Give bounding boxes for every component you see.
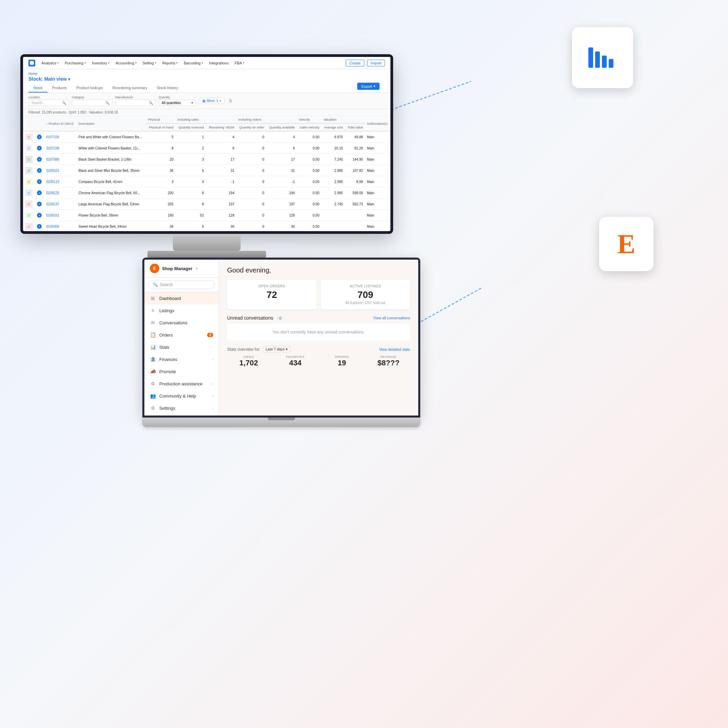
etsy-user[interactable]: Joanne ▾ bbox=[144, 414, 219, 416]
etsy-nav-item-settings[interactable]: ⚙ Settings › bbox=[144, 402, 219, 414]
view-all-conversations[interactable]: View all conversations bbox=[373, 316, 410, 320]
nav-analytics[interactable]: Analytics ▾ bbox=[39, 60, 61, 66]
nav-integrations[interactable]: Integrations bbox=[206, 60, 231, 66]
manufacturer-input[interactable]: 🔍 bbox=[115, 99, 156, 106]
etsy-nav-item-promote[interactable]: 📣 Promote bbox=[144, 366, 219, 378]
svg-rect-3 bbox=[595, 52, 600, 68]
th-product-id[interactable]: ↓ Product ID (SKU) bbox=[44, 116, 76, 131]
etsy-nav-item-production-assistance[interactable]: ⚙ Production assistance › bbox=[144, 378, 219, 390]
accounting-chevron: ▾ bbox=[135, 61, 136, 64]
nav-item-label: Orders bbox=[159, 332, 173, 338]
breadcrumb[interactable]: Home bbox=[29, 72, 357, 76]
product-id-link[interactable]: 0109137 bbox=[46, 202, 59, 206]
cell-add: + bbox=[35, 131, 44, 143]
nav-inventory[interactable]: Inventory ▾ bbox=[89, 60, 112, 66]
add-product-btn[interactable]: + bbox=[37, 202, 42, 206]
nav-icon: ⚙ bbox=[150, 381, 156, 386]
nav-accounting[interactable]: Accounting ▾ bbox=[113, 60, 139, 66]
shop-manager-chevron[interactable]: ▾ bbox=[196, 266, 198, 271]
export-button[interactable]: Export ▾ bbox=[357, 83, 379, 90]
cell-subloc: Main bbox=[365, 199, 390, 210]
cell-phys: 8 bbox=[146, 143, 176, 154]
cell-add: + bbox=[35, 199, 44, 210]
product-id-link[interactable]: 0107990 bbox=[46, 158, 59, 161]
add-product-btn[interactable]: + bbox=[37, 157, 42, 162]
cell-product-id[interactable]: 0107990 bbox=[44, 154, 76, 165]
add-product-btn[interactable]: + bbox=[37, 135, 42, 139]
open-orders-card: OPEN ORDERS 72 bbox=[227, 280, 317, 309]
cell-product-id[interactable]: 0107226 bbox=[44, 131, 76, 143]
period-selector[interactable]: Last 7 days ▾ bbox=[263, 346, 291, 352]
cell-product-id[interactable]: 0109125 bbox=[44, 187, 76, 199]
cell-phys: 205 bbox=[146, 199, 176, 210]
svg-rect-5 bbox=[609, 59, 613, 68]
etsy-shop-name[interactable]: Shop Manager bbox=[162, 266, 193, 271]
add-product-btn[interactable]: + bbox=[37, 168, 42, 173]
period-chevron: ▾ bbox=[286, 347, 288, 351]
cell-description: Flower Bicycle Bell, 38mm bbox=[76, 210, 146, 221]
nav-selling[interactable]: Selling ▾ bbox=[140, 60, 159, 66]
product-id-link[interactable]: 0109300 bbox=[46, 225, 59, 228]
product-id-link[interactable]: 0109101 bbox=[46, 169, 59, 173]
etsy-nav-item-finances[interactable]: 🏦 Finances › bbox=[144, 353, 219, 366]
tab-reordering-summary[interactable]: Reordering summary bbox=[108, 84, 152, 93]
nav-right-actions: Create Import bbox=[346, 60, 385, 66]
etsy-nav-item-stats[interactable]: 📊 Stats bbox=[144, 341, 219, 353]
nav-purchasing[interactable]: Purchasing ▾ bbox=[62, 60, 89, 66]
cell-avg-cost bbox=[321, 210, 345, 221]
tab-products[interactable]: Products bbox=[47, 84, 72, 93]
nav-reports[interactable]: Reports ▾ bbox=[160, 60, 180, 66]
nav-fba[interactable]: FBA ▾ bbox=[232, 60, 247, 66]
product-id-link[interactable]: 0109113 bbox=[46, 180, 59, 184]
nav-arrow: › bbox=[212, 394, 213, 398]
th-group-velocity: Velocity bbox=[297, 116, 321, 123]
etsy-search-box[interactable]: 🔍 Search bbox=[148, 280, 214, 289]
cell-product-id[interactable]: 0109113 bbox=[44, 176, 76, 187]
cell-qty-avail: 197 bbox=[266, 199, 297, 210]
cell-product-id[interactable]: 0107238 bbox=[44, 143, 76, 154]
etsy-top-stats: OPEN ORDERS 72 ACTIVE LISTINGS 709 83 Ex… bbox=[227, 280, 410, 309]
view-selector[interactable]: Main view bbox=[44, 76, 67, 82]
favorites-value: 434 bbox=[274, 359, 317, 367]
quantity-select[interactable]: All quantities ▾ bbox=[159, 99, 196, 106]
add-product-btn[interactable]: + bbox=[37, 213, 42, 217]
cell-description: Sweet Heart Bicycle Bell, 34mm bbox=[76, 221, 146, 231]
product-id-link[interactable]: 0107238 bbox=[46, 147, 59, 150]
cell-product-id[interactable]: 0109137 bbox=[44, 199, 76, 210]
etsy-nav-item-listings[interactable]: ≡ Listings bbox=[144, 304, 219, 317]
th-qty-avail: Quantity available bbox=[266, 123, 297, 131]
tab-stock[interactable]: Stock bbox=[29, 84, 47, 93]
nav-barcoding[interactable]: Barcoding ▾ bbox=[181, 60, 206, 66]
tab-product-lookups[interactable]: Product lookups bbox=[72, 84, 108, 93]
view-detailed-stats[interactable]: View detailed stats bbox=[379, 347, 410, 352]
view-dropdown-icon[interactable]: ▾ bbox=[68, 77, 70, 82]
create-button[interactable]: Create bbox=[346, 60, 364, 66]
product-id-link[interactable]: 0109161 bbox=[46, 214, 59, 217]
add-product-btn[interactable]: + bbox=[37, 224, 42, 229]
cell-product-id[interactable]: 0109300 bbox=[44, 221, 76, 231]
add-product-btn[interactable]: + bbox=[37, 190, 42, 195]
product-id-link[interactable]: 0107226 bbox=[46, 135, 59, 139]
tab-row: Stock Products Product lookups Reorderin… bbox=[29, 84, 357, 93]
tab-stock-history[interactable]: Stock history bbox=[152, 84, 183, 93]
location-input[interactable]: Search... 🔍 bbox=[29, 99, 69, 106]
cell-img: 🛒 bbox=[23, 131, 35, 143]
revenue-value: $8??? bbox=[367, 359, 410, 367]
etsy-nav-item-orders[interactable]: 📋 Orders 2 bbox=[144, 329, 219, 341]
more-filters-button[interactable]: ▦ More: 1 ▾ bbox=[199, 98, 225, 104]
cell-product-id[interactable]: 0109161 bbox=[44, 210, 76, 221]
cell-img: 🛒 bbox=[23, 210, 35, 221]
unread-title-row: Unread conversations 0 bbox=[227, 315, 284, 321]
etsy-nav-item-conversations[interactable]: ✉ Conversations bbox=[144, 317, 219, 329]
add-product-btn[interactable]: + bbox=[37, 179, 42, 184]
etsy-nav-item-dashboard[interactable]: ⊞ Dashboard bbox=[144, 292, 219, 304]
import-button[interactable]: Import bbox=[367, 60, 385, 66]
product-id-link[interactable]: 0109125 bbox=[46, 191, 59, 195]
location-label: Location bbox=[29, 96, 69, 99]
etsy-nav-item-community-&-help[interactable]: 👥 Community & Help › bbox=[144, 390, 219, 402]
cell-description: Large American Flag Bicycle Bell, 53mm bbox=[76, 199, 146, 210]
add-product-btn[interactable]: + bbox=[37, 146, 42, 150]
cell-product-id[interactable]: 0109101 bbox=[44, 165, 76, 176]
sort-icon[interactable]: ⇅ bbox=[229, 99, 232, 103]
category-input[interactable]: 🔍 bbox=[72, 99, 113, 106]
